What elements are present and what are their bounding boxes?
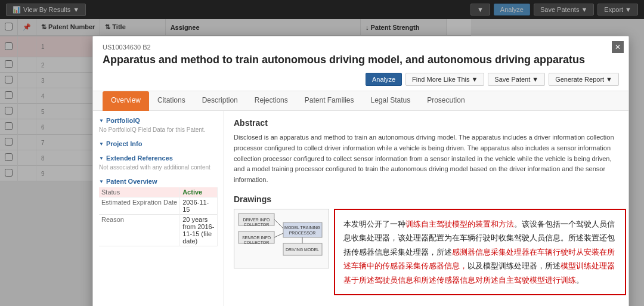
translation-red-text: 训练自主驾驶模型的装置和方法 xyxy=(405,220,514,228)
drawing-image: DRIVER INFO COLLECTOR SENSOR INFO COLLEC… xyxy=(234,209,329,268)
extended-text: Not associated with any additional conte… xyxy=(99,164,218,171)
find-more-button[interactable]: Find More Like This ▼ xyxy=(405,73,484,86)
portfolio-section: PortfolioIQ No PortfolioIQ Field Data fo… xyxy=(99,117,218,133)
detail-patent-number: US10034630 B2 xyxy=(103,44,619,51)
translation-normal-text: 以及模型训练处理器，所述 xyxy=(467,261,561,270)
tab-citations[interactable]: Citations xyxy=(149,91,194,111)
portfolio-text: No PortfolioIQ Field Data for this Paten… xyxy=(99,126,218,133)
portfolio-title: PortfolioIQ xyxy=(99,117,218,124)
svg-text:DRIVING MODEL: DRIVING MODEL xyxy=(285,248,318,252)
status-table: Status Active Estimated Expiration Date … xyxy=(99,187,218,246)
patent-overview-title[interactable]: Patent Overview xyxy=(99,178,218,185)
translation-normal-text: 本发明公开了一种 xyxy=(343,220,405,228)
overview-section: Patent Overview Status Active Estimated … xyxy=(99,178,218,246)
extended-section: Extended References Not associated with … xyxy=(99,154,218,171)
tab-rejections[interactable]: Rejections xyxy=(246,91,296,111)
abstract-title: Abstract xyxy=(234,118,619,128)
close-button[interactable]: ✕ xyxy=(612,41,624,53)
svg-line-10 xyxy=(274,233,283,237)
detail-actions: Analyze Find More Like This ▼ Save Paten… xyxy=(103,73,619,86)
exp-date-value: 2036-11-15 xyxy=(180,197,218,215)
abstract-text: Disclosed is an apparatus and method to … xyxy=(234,132,619,185)
svg-text:DRIVER INFO: DRIVER INFO xyxy=(243,218,270,222)
svg-text:COLLECTOR: COLLECTOR xyxy=(243,222,269,227)
translation-normal-text: 。 xyxy=(576,276,584,285)
detail-header: US10034630 B2 Apparatus and method to tr… xyxy=(93,36,628,91)
exp-date-label: Estimated Expiration Date xyxy=(99,197,180,215)
reason-value: 20 years from 2016-11-15 (file date) xyxy=(180,215,218,246)
exp-date-row: Estimated Expiration Date 2036-11-15 xyxy=(99,197,218,215)
project-title[interactable]: Project Info xyxy=(99,140,218,147)
generate-report-button[interactable]: Generate Report ▼ xyxy=(549,73,619,86)
save-patent-chevron-icon: ▼ xyxy=(532,76,538,83)
detail-title: Apparatus and method to train autonomous… xyxy=(103,53,619,67)
tab-legal-status[interactable]: Legal Status xyxy=(362,91,419,111)
status-row: Status Active xyxy=(99,187,218,197)
svg-text:COLLECTOR: COLLECTOR xyxy=(243,240,269,245)
reason-label: Reason xyxy=(99,215,180,246)
svg-text:MODEL TRAINING: MODEL TRAINING xyxy=(284,225,320,230)
svg-rect-6 xyxy=(283,222,322,237)
extended-title[interactable]: Extended References xyxy=(99,154,218,162)
tab-patent-families[interactable]: Patent Families xyxy=(296,91,363,111)
status-value: Active xyxy=(180,187,218,197)
find-more-chevron-icon: ▼ xyxy=(471,76,478,83)
drawing-svg: DRIVER INFO COLLECTOR SENSOR INFO COLLEC… xyxy=(236,211,328,267)
tab-prosecution[interactable]: Prosecution xyxy=(419,91,473,111)
svg-text:PROCESSOR: PROCESSOR xyxy=(289,231,315,235)
gen-report-chevron-icon: ▼ xyxy=(606,76,612,83)
detail-tabs: Overview Citations Description Rejection… xyxy=(93,91,628,111)
detail-analyze-button[interactable]: Analyze xyxy=(366,73,402,86)
status-label: Status xyxy=(99,187,180,197)
tab-overview[interactable]: Overview xyxy=(103,91,149,111)
translation-overlay: 本发明公开了一种训练自主驾驶模型的装置和方法。该设备包括一个驾驶人员信息收集处理… xyxy=(334,209,626,295)
svg-text:SENSOR INFO: SENSOR INFO xyxy=(242,236,271,240)
detail-sidebar: PortfolioIQ No PortfolioIQ Field Data fo… xyxy=(93,111,224,306)
save-patent-button[interactable]: Save Patent ▼ xyxy=(488,73,545,86)
drawings-title: Drawings xyxy=(234,194,619,204)
tab-description[interactable]: Description xyxy=(194,91,246,111)
project-section: Project Info xyxy=(99,140,218,147)
svg-line-9 xyxy=(274,220,283,228)
reason-row: Reason 20 years from 2016-11-15 (file da… xyxy=(99,215,218,246)
